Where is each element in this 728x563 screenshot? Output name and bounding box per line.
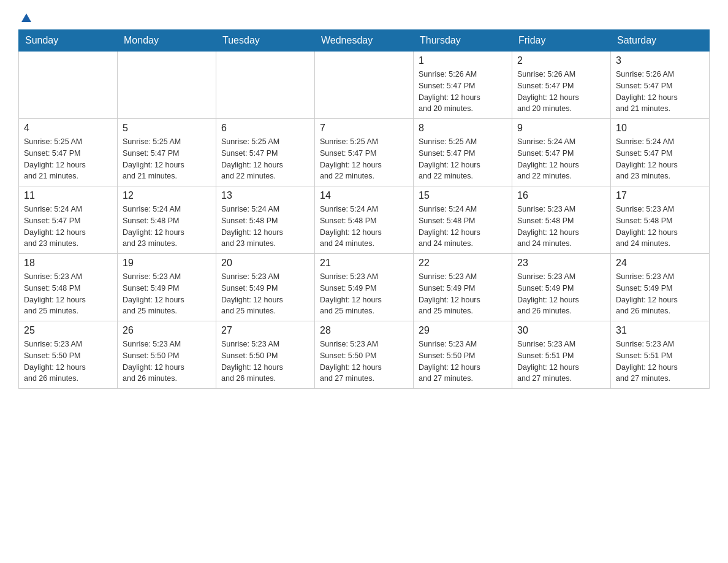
svg-marker-0 [21, 13, 31, 22]
calendar-cell: 10Sunrise: 5:24 AMSunset: 5:47 PMDayligh… [611, 119, 710, 186]
day-info: Sunrise: 5:23 AMSunset: 5:50 PMDaylight:… [123, 339, 211, 385]
day-number: 6 [221, 123, 309, 134]
logo [18, 12, 32, 23]
day-info: Sunrise: 5:23 AMSunset: 5:48 PMDaylight:… [616, 204, 704, 250]
day-number: 23 [517, 258, 605, 269]
weekday-header-saturday: Saturday [611, 30, 710, 52]
day-info: Sunrise: 5:24 AMSunset: 5:47 PMDaylight:… [616, 136, 704, 182]
calendar-cell: 28Sunrise: 5:23 AMSunset: 5:50 PMDayligh… [315, 321, 414, 389]
day-info: Sunrise: 5:23 AMSunset: 5:49 PMDaylight:… [123, 271, 211, 317]
day-info: Sunrise: 5:25 AMSunset: 5:47 PMDaylight:… [24, 136, 112, 182]
calendar-cell: 17Sunrise: 5:23 AMSunset: 5:48 PMDayligh… [611, 186, 710, 254]
calendar-cell: 30Sunrise: 5:23 AMSunset: 5:51 PMDayligh… [512, 321, 611, 389]
day-info: Sunrise: 5:24 AMSunset: 5:48 PMDaylight:… [123, 204, 211, 250]
day-number: 19 [123, 258, 211, 269]
day-number: 25 [24, 325, 112, 336]
day-number: 27 [221, 325, 309, 336]
calendar-cell: 11Sunrise: 5:24 AMSunset: 5:47 PMDayligh… [19, 186, 118, 254]
calendar-cell: 16Sunrise: 5:23 AMSunset: 5:48 PMDayligh… [512, 186, 611, 254]
calendar-cell: 27Sunrise: 5:23 AMSunset: 5:50 PMDayligh… [216, 321, 315, 389]
calendar-cell [118, 52, 216, 119]
calendar-cell: 9Sunrise: 5:24 AMSunset: 5:47 PMDaylight… [512, 119, 611, 186]
day-info: Sunrise: 5:23 AMSunset: 5:49 PMDaylight:… [221, 271, 309, 317]
day-info: Sunrise: 5:23 AMSunset: 5:49 PMDaylight:… [517, 271, 605, 317]
calendar-cell: 18Sunrise: 5:23 AMSunset: 5:48 PMDayligh… [19, 254, 118, 321]
day-info: Sunrise: 5:23 AMSunset: 5:50 PMDaylight:… [419, 339, 507, 385]
calendar-cell: 3Sunrise: 5:26 AMSunset: 5:47 PMDaylight… [611, 52, 710, 119]
calendar-cell [315, 52, 414, 119]
day-info: Sunrise: 5:23 AMSunset: 5:51 PMDaylight:… [616, 339, 704, 385]
weekday-header-monday: Monday [118, 30, 216, 52]
day-number: 15 [419, 190, 507, 201]
day-info: Sunrise: 5:24 AMSunset: 5:47 PMDaylight:… [517, 136, 605, 182]
day-number: 4 [24, 123, 112, 134]
day-number: 17 [616, 190, 704, 201]
calendar-cell: 29Sunrise: 5:23 AMSunset: 5:50 PMDayligh… [414, 321, 512, 389]
page-header [18, 12, 710, 23]
calendar-cell: 22Sunrise: 5:23 AMSunset: 5:49 PMDayligh… [414, 254, 512, 321]
calendar-cell: 15Sunrise: 5:24 AMSunset: 5:48 PMDayligh… [414, 186, 512, 254]
day-info: Sunrise: 5:23 AMSunset: 5:49 PMDaylight:… [320, 271, 408, 317]
day-info: Sunrise: 5:23 AMSunset: 5:50 PMDaylight:… [221, 339, 309, 385]
day-info: Sunrise: 5:26 AMSunset: 5:47 PMDaylight:… [517, 69, 605, 115]
day-number: 9 [517, 123, 605, 134]
day-info: Sunrise: 5:23 AMSunset: 5:49 PMDaylight:… [616, 271, 704, 317]
day-number: 7 [320, 123, 408, 134]
calendar-cell: 13Sunrise: 5:24 AMSunset: 5:48 PMDayligh… [216, 186, 315, 254]
calendar-week-row: 11Sunrise: 5:24 AMSunset: 5:47 PMDayligh… [19, 186, 710, 254]
calendar-cell: 21Sunrise: 5:23 AMSunset: 5:49 PMDayligh… [315, 254, 414, 321]
day-number: 28 [320, 325, 408, 336]
calendar-cell: 1Sunrise: 5:26 AMSunset: 5:47 PMDaylight… [414, 52, 512, 119]
calendar-cell: 5Sunrise: 5:25 AMSunset: 5:47 PMDaylight… [118, 119, 216, 186]
day-number: 30 [517, 325, 605, 336]
calendar-cell: 19Sunrise: 5:23 AMSunset: 5:49 PMDayligh… [118, 254, 216, 321]
day-number: 11 [24, 190, 112, 201]
day-number: 22 [419, 258, 507, 269]
calendar-week-row: 4Sunrise: 5:25 AMSunset: 5:47 PMDaylight… [19, 119, 710, 186]
day-number: 5 [123, 123, 211, 134]
calendar-cell: 7Sunrise: 5:25 AMSunset: 5:47 PMDaylight… [315, 119, 414, 186]
day-info: Sunrise: 5:26 AMSunset: 5:47 PMDaylight:… [419, 69, 507, 115]
day-number: 20 [221, 258, 309, 269]
calendar-cell: 25Sunrise: 5:23 AMSunset: 5:50 PMDayligh… [19, 321, 118, 389]
calendar-week-row: 1Sunrise: 5:26 AMSunset: 5:47 PMDaylight… [19, 52, 710, 119]
weekday-header-sunday: Sunday [19, 30, 118, 52]
weekday-header-thursday: Thursday [414, 30, 512, 52]
calendar-cell: 26Sunrise: 5:23 AMSunset: 5:50 PMDayligh… [118, 321, 216, 389]
day-number: 12 [123, 190, 211, 201]
day-number: 10 [616, 123, 704, 134]
day-info: Sunrise: 5:26 AMSunset: 5:47 PMDaylight:… [616, 69, 704, 115]
day-info: Sunrise: 5:24 AMSunset: 5:48 PMDaylight:… [221, 204, 309, 250]
day-info: Sunrise: 5:25 AMSunset: 5:47 PMDaylight:… [221, 136, 309, 182]
weekday-header-wednesday: Wednesday [315, 30, 414, 52]
logo-triangle-icon [21, 12, 32, 23]
day-info: Sunrise: 5:25 AMSunset: 5:47 PMDaylight:… [123, 136, 211, 182]
calendar-cell: 24Sunrise: 5:23 AMSunset: 5:49 PMDayligh… [611, 254, 710, 321]
day-number: 3 [616, 55, 704, 66]
day-number: 24 [616, 258, 704, 269]
calendar-cell: 14Sunrise: 5:24 AMSunset: 5:48 PMDayligh… [315, 186, 414, 254]
day-info: Sunrise: 5:23 AMSunset: 5:49 PMDaylight:… [419, 271, 507, 317]
day-number: 1 [419, 55, 507, 66]
day-number: 14 [320, 190, 408, 201]
calendar-week-row: 25Sunrise: 5:23 AMSunset: 5:50 PMDayligh… [19, 321, 710, 389]
calendar-header-row: SundayMondayTuesdayWednesdayThursdayFrid… [19, 30, 710, 52]
calendar-cell: 23Sunrise: 5:23 AMSunset: 5:49 PMDayligh… [512, 254, 611, 321]
calendar-cell: 20Sunrise: 5:23 AMSunset: 5:49 PMDayligh… [216, 254, 315, 321]
calendar-cell: 12Sunrise: 5:24 AMSunset: 5:48 PMDayligh… [118, 186, 216, 254]
day-number: 13 [221, 190, 309, 201]
calendar-cell: 31Sunrise: 5:23 AMSunset: 5:51 PMDayligh… [611, 321, 710, 389]
day-number: 18 [24, 258, 112, 269]
day-info: Sunrise: 5:23 AMSunset: 5:51 PMDaylight:… [517, 339, 605, 385]
day-info: Sunrise: 5:24 AMSunset: 5:48 PMDaylight:… [419, 204, 507, 250]
day-number: 8 [419, 123, 507, 134]
day-number: 2 [517, 55, 605, 66]
day-info: Sunrise: 5:23 AMSunset: 5:48 PMDaylight:… [24, 271, 112, 317]
day-number: 16 [517, 190, 605, 201]
weekday-header-friday: Friday [512, 30, 611, 52]
day-info: Sunrise: 5:25 AMSunset: 5:47 PMDaylight:… [320, 136, 408, 182]
day-number: 26 [123, 325, 211, 336]
calendar-cell: 8Sunrise: 5:25 AMSunset: 5:47 PMDaylight… [414, 119, 512, 186]
day-number: 21 [320, 258, 408, 269]
day-info: Sunrise: 5:23 AMSunset: 5:48 PMDaylight:… [517, 204, 605, 250]
